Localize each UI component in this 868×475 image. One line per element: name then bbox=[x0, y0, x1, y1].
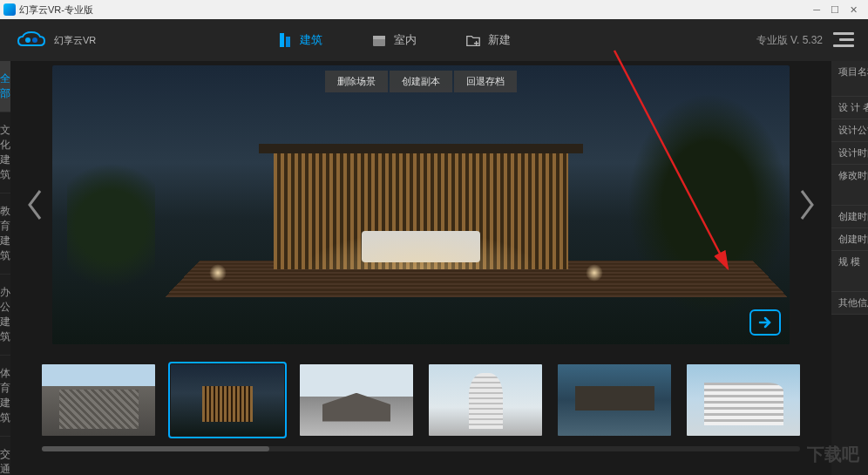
delete-scene-button[interactable]: 删除场景 bbox=[325, 71, 388, 92]
preview-toolbar: 删除场景 创建副本 回退存档 bbox=[325, 71, 517, 92]
property-row: 其他信息 bbox=[831, 292, 868, 315]
maximize-button[interactable]: ☐ bbox=[831, 4, 839, 16]
nav-new[interactable]: 新建 bbox=[441, 31, 535, 49]
svg-rect-2 bbox=[280, 33, 284, 47]
thumbnail-item[interactable] bbox=[558, 364, 671, 436]
sidebar-item-culture[interactable]: 文化建筑 bbox=[0, 112, 10, 193]
svg-point-0 bbox=[25, 37, 31, 43]
interior-icon bbox=[371, 31, 387, 49]
property-row: 规 模2019-10-16 16:54:19 bbox=[831, 251, 868, 292]
property-row: 设计公司 bbox=[831, 119, 868, 142]
logo: 幻享云VR bbox=[14, 28, 96, 52]
thumbnail-item[interactable] bbox=[300, 364, 413, 436]
logo-text: 幻享云VR bbox=[54, 34, 96, 47]
thumbnail-strip bbox=[17, 349, 824, 443]
sidebar-item-all[interactable]: 全部 bbox=[0, 61, 10, 112]
window-titlebar: 幻享云VR-专业版 ─ ☐ ✕ bbox=[0, 0, 868, 19]
scrollbar-thumb[interactable] bbox=[42, 446, 269, 451]
window-title: 幻享云VR-专业版 bbox=[19, 3, 93, 17]
svg-rect-3 bbox=[286, 37, 290, 47]
nav-architecture[interactable]: 建筑 bbox=[253, 31, 347, 49]
enter-vr-button[interactable] bbox=[749, 309, 781, 336]
thumbnail-item[interactable] bbox=[171, 364, 284, 436]
properties-panel: 项目名称屋顶花园 设 计 者. 设计公司 设计时间 修改时间2019-10-17… bbox=[831, 61, 868, 475]
sidebar-item-office[interactable]: 办公建筑 bbox=[0, 275, 10, 356]
thumbnail-item[interactable] bbox=[687, 364, 800, 436]
property-row: 创建时间 bbox=[831, 228, 868, 251]
nav-label: 室内 bbox=[394, 32, 417, 48]
preview-image[interactable]: 删除场景 创建副本 回退存档 bbox=[52, 65, 790, 344]
arrow-right-icon bbox=[756, 316, 774, 329]
thumbnail-scrollbar[interactable] bbox=[42, 446, 800, 451]
nav-items: 建筑 室内 新建 bbox=[253, 31, 535, 49]
property-row: 设 计 者. bbox=[831, 97, 868, 119]
hamburger-menu-icon[interactable] bbox=[833, 32, 854, 48]
sidebar-item-transport[interactable]: 交通建筑 bbox=[0, 437, 10, 475]
building-icon bbox=[277, 31, 293, 49]
category-sidebar: 全部 文化建筑 教育建筑 办公建筑 体育建筑 交通建筑 居住建筑 商业建筑 医疗… bbox=[0, 61, 10, 475]
svg-point-1 bbox=[32, 37, 37, 43]
property-row: 设计时间 bbox=[831, 142, 868, 165]
minimize-button[interactable]: ─ bbox=[813, 4, 820, 16]
thumbnail-item[interactable] bbox=[42, 364, 155, 436]
window-controls: ─ ☐ ✕ bbox=[813, 4, 865, 16]
thumbnail-item[interactable] bbox=[429, 364, 542, 436]
rollback-button[interactable]: 回退存档 bbox=[454, 71, 517, 92]
new-folder-icon bbox=[465, 31, 481, 49]
property-row: 项目名称屋顶花园 bbox=[831, 61, 868, 97]
content-area: 删除场景 创建副本 回退存档 bbox=[10, 61, 831, 475]
cloud-logo-icon bbox=[14, 28, 49, 52]
prev-arrow[interactable] bbox=[17, 187, 52, 222]
property-row: 创建时间 bbox=[831, 206, 868, 228]
chevron-right-icon bbox=[797, 187, 817, 222]
sidebar-item-education[interactable]: 教育建筑 bbox=[0, 193, 10, 275]
sidebar-item-sports[interactable]: 体育建筑 bbox=[0, 356, 10, 437]
main-area: 全部 文化建筑 教育建筑 办公建筑 体育建筑 交通建筑 居住建筑 商业建筑 医疗… bbox=[0, 61, 868, 475]
create-copy-button[interactable]: 创建副本 bbox=[390, 71, 452, 92]
nav-label: 建筑 bbox=[300, 32, 322, 48]
chevron-left-icon bbox=[24, 187, 45, 222]
property-row: 修改时间2019-10-17 16:46:38 bbox=[831, 165, 868, 206]
nav-interior[interactable]: 室内 bbox=[347, 31, 441, 49]
close-button[interactable]: ✕ bbox=[850, 4, 858, 16]
version-label: 专业版 V. 5.32 bbox=[756, 33, 823, 48]
svg-rect-5 bbox=[373, 36, 385, 39]
scene-render bbox=[52, 65, 790, 344]
app-icon bbox=[3, 3, 16, 16]
top-navigation: 幻享云VR 建筑 室内 新建 专业版 V. 5.32 bbox=[0, 19, 868, 61]
nav-label: 新建 bbox=[488, 32, 511, 48]
next-arrow[interactable] bbox=[790, 187, 824, 222]
preview-area: 删除场景 创建副本 回退存档 bbox=[17, 61, 824, 349]
